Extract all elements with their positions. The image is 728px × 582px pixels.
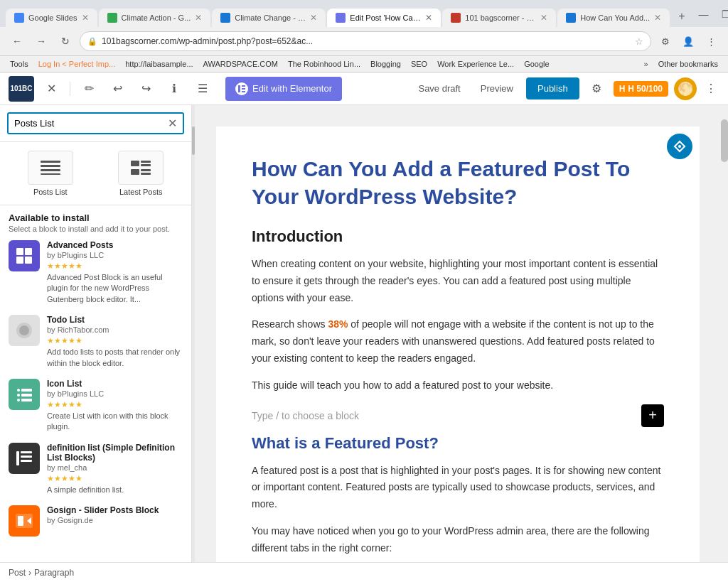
content-scrollbar-thumb[interactable] (721, 119, 728, 162)
intro-heading: Introduction (252, 227, 664, 246)
publish-btn[interactable]: Publish (526, 77, 579, 99)
tab-edit-post[interactable]: Edit Post 'How Can... ✕ (327, 9, 441, 27)
edit-icon-btn[interactable]: ✏ (77, 77, 100, 100)
tab-favicon (336, 13, 346, 23)
svg-rect-12 (141, 169, 151, 171)
yoast-score-badge[interactable]: H H 50/100 (614, 81, 668, 97)
block-inserter-sidebar: ✕ Posts List Latest Posts Available to i… (0, 105, 192, 562)
redo-btn[interactable]: ↪ (134, 77, 157, 100)
svg-rect-3 (242, 91, 245, 92)
svg-rect-2 (242, 88, 245, 90)
back-btn[interactable]: ← (7, 31, 27, 51)
refresh-btn[interactable]: ↻ (55, 31, 75, 51)
intro-p2-before: Research shows (252, 318, 328, 330)
tab-close-btn[interactable]: ✕ (310, 13, 317, 23)
latest-posts-label: Latest Posts (119, 188, 163, 196)
block-search-input[interactable] (14, 118, 168, 129)
info-btn[interactable]: ℹ (163, 77, 186, 100)
section2-heading: What is a Featured Post? (252, 434, 664, 453)
tab-close-btn[interactable]: ✕ (195, 13, 202, 23)
intro-p2-highlight: 38% (328, 318, 348, 330)
bookmark-google[interactable]: Google (520, 58, 553, 70)
article-title: How Can You Add a Featured Post To Your … (252, 155, 664, 210)
profile-btn[interactable]: 👤 (678, 31, 698, 51)
list-view-btn[interactable]: ☰ (191, 77, 214, 100)
extensions-btn[interactable]: ⚙ (655, 31, 675, 51)
plugin-stars: ★★★★★ (47, 474, 183, 483)
gosign-info: Gosign - Slider Posts Block by Gosign.de (47, 505, 183, 527)
search-clear-btn[interactable]: ✕ (168, 117, 177, 130)
tab-101bagscorner[interactable]: 101 bagscorner - C... ✕ (442, 9, 556, 27)
elementor-fab-btn[interactable] (667, 134, 692, 159)
plugin-item-gosign[interactable]: Gosign - Slider Posts Block by Gosign.de (9, 505, 183, 537)
bookmark-robinhood[interactable]: The Robinhood Lin... (284, 58, 365, 70)
section2-paragraph-1: A featured post is a post that is highli… (252, 463, 664, 513)
forward-btn[interactable]: → (31, 31, 51, 51)
intro-paragraph-3: This guide will teach you how to add a f… (252, 377, 664, 394)
plugin-desc: Create List with icon with this block pl… (47, 411, 183, 433)
breadcrumb-bar: Post › Paragraph (0, 562, 728, 582)
available-title: Available to install (9, 212, 183, 223)
svg-rect-5 (41, 165, 60, 167)
tab-climate-g[interactable]: Climate Action - G... ✕ (99, 9, 211, 27)
more-btn[interactable]: ⋮ (701, 31, 721, 51)
bookmark-seo[interactable]: SEO (407, 58, 432, 70)
maximize-btn[interactable]: ❐ (717, 4, 728, 24)
save-draft-btn[interactable]: Save draft (411, 79, 467, 98)
new-tab-btn[interactable]: + (671, 6, 692, 27)
type-to-choose-text: Type / to choose a block (252, 410, 634, 421)
latest-posts-block[interactable]: Latest Posts (100, 151, 183, 196)
svg-rect-13 (141, 173, 151, 175)
more-options-btn[interactable]: ⋮ (702, 80, 719, 97)
settings-gear-btn[interactable]: ⚙ (585, 77, 608, 100)
bookmark-other[interactable]: Other bookmarks (654, 58, 722, 70)
content-editor-area: How Can You Add a Featured Post To Your … (195, 105, 721, 562)
star-icon[interactable]: ☆ (635, 36, 643, 47)
plugin-item-icon-list[interactable]: Icon List by bPlugins LLC ★★★★★ Create L… (9, 379, 183, 433)
bookmark-tools[interactable]: Tools (6, 58, 33, 70)
svg-rect-25 (21, 399, 32, 402)
tab-label: Climate Change - L... (235, 14, 306, 22)
tab-close-btn[interactable]: ✕ (82, 13, 89, 23)
plugin-name: Advanced Posts (47, 240, 183, 250)
user-avatar[interactable]: 🌕 (674, 77, 697, 100)
plugin-item-todo-list[interactable]: Todo List by RichTabor.com ★★★★★ Add tod… (9, 315, 183, 369)
plugin-by: by bPlugins LLC (47, 251, 183, 259)
breadcrumb-post[interactable]: Post (9, 568, 26, 578)
close-panel-btn[interactable]: ✕ (40, 77, 63, 100)
preview-btn[interactable]: Preview (473, 79, 520, 98)
content-scrollbar[interactable] (721, 105, 728, 562)
plugin-name: Todo List (47, 315, 183, 325)
tab-climate-un[interactable]: Climate Change - L... ✕ (212, 9, 326, 27)
tab-close-btn[interactable]: ✕ (425, 13, 432, 23)
tab-close-btn[interactable]: ✕ (540, 13, 547, 23)
bookmark-workexp[interactable]: Work Experience Le... (433, 58, 518, 70)
tab-google-slides[interactable]: Google Slides ✕ (6, 9, 97, 27)
svg-rect-28 (21, 456, 32, 458)
plugin-by: by bPlugins LLC (47, 389, 183, 398)
yoast-h-icon: H (619, 84, 626, 94)
posts-list-block[interactable]: Posts List (9, 151, 92, 196)
undo-btn[interactable]: ↩ (106, 77, 129, 100)
bookmarks-more-btn[interactable]: » (640, 58, 653, 70)
browser-nav: ← → ↻ 🔒 101bagscorner.com/wp-admin/post.… (0, 27, 728, 56)
plugin-by: by Gosign.de (47, 516, 183, 524)
minimize-btn[interactable]: — (694, 4, 714, 24)
tab-how-can-you[interactable]: How Can You Add... ✕ (557, 9, 670, 27)
address-bar[interactable]: 🔒 101bagscorner.com/wp-admin/post.php?po… (80, 31, 651, 51)
tab-close-btn[interactable]: ✕ (654, 13, 661, 23)
bookmark-awardspace[interactable]: AWARDSPACE.COM (199, 58, 282, 70)
plugin-item-definition-list[interactable]: definition list (Simple Definition List … (9, 443, 183, 495)
plugin-item-advanced-posts[interactable]: Advanced Posts by bPlugins LLC ★★★★★ Adv… (9, 240, 183, 305)
svg-point-19 (19, 325, 29, 335)
bookmark-laibasample[interactable]: http://laibasample... (121, 58, 197, 70)
add-block-btn[interactable]: + (641, 404, 664, 427)
wp-logo[interactable]: 101BC (9, 76, 34, 102)
bookmark-perfectimp[interactable]: Log In < Perfect Imp... (34, 58, 120, 70)
tab-label: Climate Action - G... (122, 14, 191, 22)
bookmark-blogging[interactable]: Blogging (366, 58, 405, 70)
svg-rect-10 (141, 164, 151, 166)
plugin-stars: ★★★★★ (47, 400, 183, 409)
edit-elementor-btn[interactable]: Edit with Elementor (225, 77, 342, 101)
nav-actions: ⚙ 👤 ⋮ (655, 31, 721, 51)
